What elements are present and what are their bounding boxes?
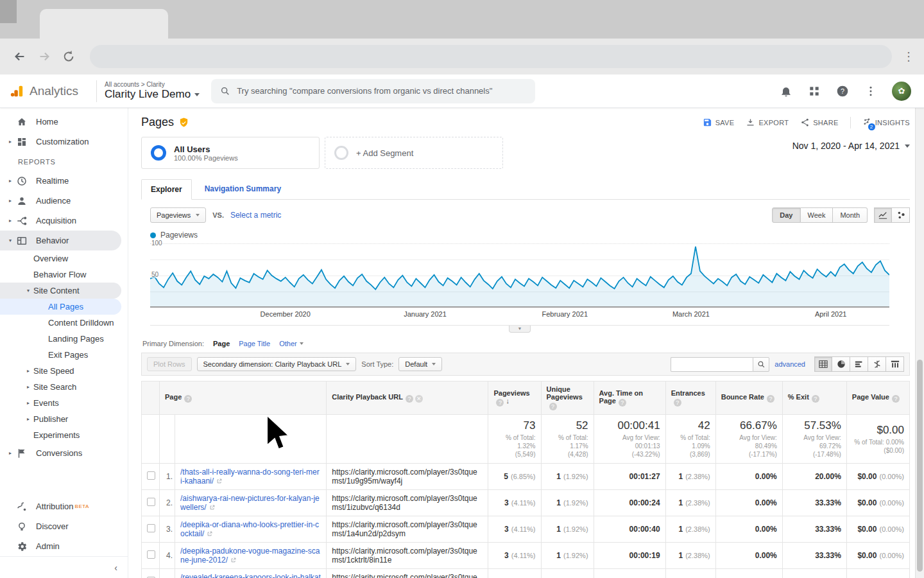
- col-page[interactable]: Page?: [160, 381, 327, 415]
- motion-chart-view-icon[interactable]: [892, 207, 910, 223]
- browser-tab[interactable]: [40, 9, 168, 39]
- page-link[interactable]: /thats-all-i-really-wanna-do-song-teri-m…: [180, 468, 320, 486]
- sidebar-item-publisher[interactable]: ▸Publisher: [0, 411, 128, 427]
- segment-all-users[interactable]: All Users 100.00% Pageviews: [141, 137, 320, 169]
- help-circle-icon[interactable]: ?: [549, 403, 557, 410]
- external-link-icon[interactable]: [216, 477, 223, 486]
- percentage-view-icon[interactable]: [832, 356, 850, 372]
- account-picker[interactable]: All accounts > Clarity Clarity Live Demo: [105, 81, 200, 101]
- sidebar-item-overview[interactable]: Overview: [0, 250, 128, 267]
- external-link-icon[interactable]: [209, 503, 216, 512]
- sidebar-item-realtime[interactable]: ▸Realtime: [0, 171, 128, 191]
- reload-icon[interactable]: [58, 46, 80, 67]
- apps-grid-icon[interactable]: [807, 84, 821, 98]
- address-bar[interactable]: [90, 45, 892, 68]
- date-range-picker[interactable]: Nov 1, 2020 - Apr 14, 2021: [792, 137, 910, 151]
- granularity-month-button[interactable]: Month: [833, 207, 868, 223]
- comparison-view-icon[interactable]: [868, 356, 886, 372]
- col-page-value[interactable]: Page Value?: [846, 381, 909, 415]
- share-button[interactable]: SHARE: [800, 118, 838, 127]
- header-checkbox-cell[interactable]: [142, 381, 160, 415]
- col-unique-pageviews[interactable]: Unique Pageviews?: [541, 381, 594, 415]
- tab-explorer[interactable]: Explorer: [141, 179, 192, 200]
- select-metric-link[interactable]: Select a metric: [230, 211, 281, 220]
- notifications-bell-icon[interactable]: [779, 84, 793, 98]
- search-input[interactable]: Try searching "compare conversions from …: [211, 79, 535, 103]
- avatar[interactable]: ✿: [892, 82, 911, 101]
- granularity-day-button[interactable]: Day: [772, 207, 800, 223]
- sidebar-item-behavior-flow[interactable]: Behavior Flow: [0, 267, 128, 283]
- help-circle-icon[interactable]: ?: [767, 395, 774, 403]
- sidebar-item-home[interactable]: Home: [0, 112, 128, 132]
- line-chart-view-icon[interactable]: [874, 207, 892, 223]
- page-link[interactable]: /deepika-padukone-vogue-magazine-scane-j…: [180, 547, 320, 565]
- sidebar-item-events[interactable]: ▸Events: [0, 395, 128, 411]
- col-exit[interactable]: % Exit?: [782, 381, 846, 415]
- metric-dropdown[interactable]: Pageviews: [150, 207, 206, 223]
- page-link[interactable]: /aishwarya-rai-new-pictures-for-kalyan-j…: [180, 494, 320, 512]
- sidebar-item-attribution[interactable]: AttributionBETA: [0, 496, 128, 516]
- page-scrollbar[interactable]: [915, 108, 924, 578]
- help-circle-icon[interactable]: ?: [496, 399, 504, 407]
- help-circle-icon[interactable]: ?: [619, 399, 626, 407]
- sidebar-item-all-pages[interactable]: All Pages: [0, 299, 121, 315]
- external-link-icon[interactable]: [230, 556, 237, 565]
- table-search-input[interactable]: [671, 357, 753, 372]
- sidebar-item-exit-pages[interactable]: Exit Pages: [0, 347, 128, 363]
- page-link[interactable]: /revealed-kareena-kapoors-look-in-halkat…: [180, 573, 321, 578]
- back-icon[interactable]: [9, 46, 31, 67]
- sidebar-item-site-content[interactable]: ▾Site Content: [0, 283, 121, 299]
- sidebar-item-landing-pages[interactable]: Landing Pages: [0, 331, 128, 347]
- table-search-icon[interactable]: [753, 357, 769, 372]
- col-entrances[interactable]: Entrances?: [665, 381, 715, 415]
- row-checkbox[interactable]: [147, 498, 155, 506]
- row-checkbox[interactable]: [147, 524, 155, 532]
- help-circle-icon[interactable]: ?: [892, 395, 900, 403]
- help-circle-icon[interactable]: ?: [674, 399, 681, 407]
- table-view-icon[interactable]: [814, 356, 832, 372]
- help-icon[interactable]: ?: [835, 84, 850, 98]
- sidebar-item-customization[interactable]: ▸Customization: [0, 132, 128, 152]
- external-link-icon[interactable]: [207, 529, 213, 538]
- tab-navigation-summary[interactable]: Navigation Summary: [205, 184, 281, 193]
- sidebar-item-conversions[interactable]: ▸Conversions: [0, 443, 128, 463]
- dimension-page[interactable]: Page: [213, 340, 230, 347]
- secondary-dimension-dropdown[interactable]: Secondary dimension: Clarity Playback UR…: [197, 357, 357, 371]
- help-circle-icon[interactable]: ?: [812, 395, 819, 403]
- pageviews-line-chart[interactable]: 10050: [150, 243, 889, 308]
- remove-column-icon[interactable]: ✕: [415, 395, 423, 403]
- performance-view-icon[interactable]: [850, 356, 868, 372]
- sidebar-item-discover[interactable]: Discover: [0, 516, 128, 536]
- sidebar-item-audience[interactable]: ▸Audience: [0, 191, 128, 211]
- sort-type-dropdown[interactable]: Default: [398, 357, 442, 371]
- dimension-other[interactable]: Other: [279, 340, 304, 347]
- save-button[interactable]: SAVE: [703, 118, 735, 127]
- sidebar-item-admin[interactable]: Admin: [0, 536, 128, 556]
- sidebar-item-site-speed[interactable]: ▸Site Speed: [0, 363, 128, 379]
- sidebar-item-content-drilldown[interactable]: Content Drilldown: [0, 315, 128, 331]
- col-bounce-rate[interactable]: Bounce Rate?: [715, 381, 782, 415]
- dimension-page-title[interactable]: Page Title: [239, 340, 270, 347]
- forward-icon[interactable]: [33, 46, 55, 67]
- col-playback-url[interactable]: Clarity Playback URL?✕: [327, 381, 488, 415]
- col-pageviews[interactable]: Pageviews?↓: [488, 381, 541, 415]
- export-button[interactable]: EXPORT: [746, 118, 789, 127]
- advanced-filter-link[interactable]: advanced: [774, 360, 805, 368]
- scrollbar-thumb[interactable]: [917, 360, 923, 572]
- sidebar-item-behavior[interactable]: ▾Behavior: [0, 231, 121, 250]
- sidebar-item-acquisition[interactable]: ▸Acquisition: [0, 211, 128, 231]
- sidebar-collapse[interactable]: ‹: [0, 556, 128, 578]
- ga-logo[interactable]: Analytics: [0, 84, 89, 98]
- browser-menu-icon[interactable]: ⋮: [902, 49, 915, 64]
- row-checkbox[interactable]: [147, 550, 155, 559]
- page-link[interactable]: /deepika-or-diana-who-looks-prettier-in-…: [180, 520, 319, 538]
- granularity-week-button[interactable]: Week: [801, 207, 834, 223]
- more-menu-icon[interactable]: [864, 84, 878, 98]
- sidebar-item-experiments[interactable]: Experiments: [0, 427, 128, 443]
- row-checkbox[interactable]: [147, 471, 155, 480]
- add-segment-button[interactable]: + Add Segment: [325, 137, 503, 169]
- help-circle-icon[interactable]: ?: [406, 395, 413, 403]
- insights-button[interactable]: 2 INSIGHTS: [862, 117, 910, 128]
- plot-rows-button[interactable]: Plot Rows: [147, 357, 192, 371]
- pivot-view-icon[interactable]: [886, 356, 904, 372]
